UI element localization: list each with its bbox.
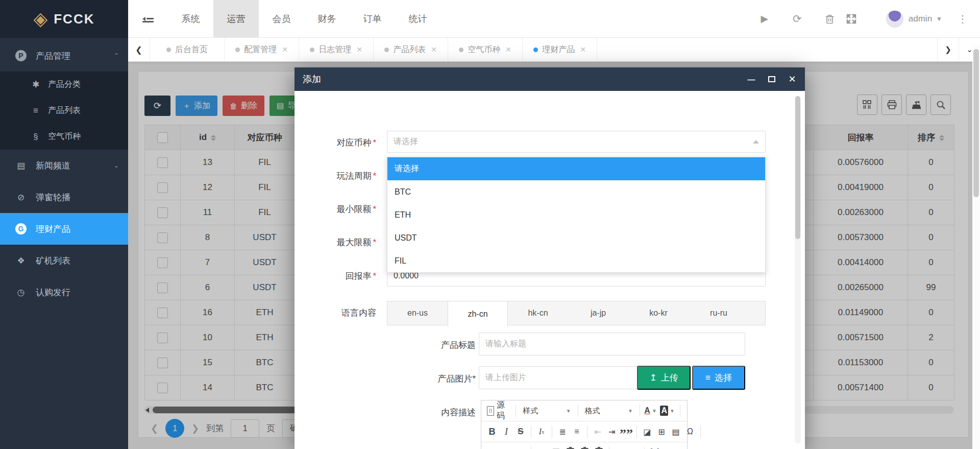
lang-tab-ja-jp[interactable]: ja-jp [568,301,628,325]
tab-空气币种[interactable]: 空气币种✕ [448,38,523,61]
tab-close-icon[interactable]: ✕ [580,45,586,54]
hline-button[interactable]: ▤ [669,424,682,439]
lang-tab-ru-ru[interactable]: ru-ru [689,301,749,325]
brand-logo[interactable]: ◈ FCCK [0,0,128,38]
image-button[interactable]: ◪ [641,424,654,439]
dialog-scrollbar-handle[interactable] [795,96,800,239]
outdent-button[interactable]: ⇤ [591,424,604,439]
lang-tab-hk-cn[interactable]: hk-cn [508,301,568,325]
cut-button[interactable]: ✂ [535,445,548,449]
lang-field-label: 语言内容 [295,307,376,319]
lang-tab-en-us[interactable]: en-us [387,301,448,325]
nav-item-运营[interactable]: 运营 [213,0,259,37]
tab-dot-icon [459,48,463,52]
more-options-icon[interactable]: ⋮ [950,13,975,25]
nav-item-系统[interactable]: 系统 [168,0,213,37]
sidebar-item-矿机列表[interactable]: ❖矿机列表 [0,245,128,276]
page-scrollbar[interactable] [972,45,980,449]
title-input[interactable]: 请输入标题 [479,333,745,356]
toolbar-separator [531,426,531,438]
sidebar-item-产品管理[interactable]: P产品管理⌃ [0,40,128,72]
sidebar-item-弹窗轮播[interactable]: ⊘弹窗轮播 [0,181,128,213]
p-circle-icon: P [13,50,29,61]
image-input[interactable]: 请上传图片 [479,366,656,389]
strike-button[interactable]: S [514,424,527,439]
tab-配置管理[interactable]: 配置管理✕ [225,38,299,61]
lang-tab-zh-cn[interactable]: zh-cn [448,301,508,326]
coin-select[interactable]: 请选择 [387,131,766,153]
tab-产品列表[interactable]: 产品列表✕ [374,38,448,61]
choose-button[interactable]: ≡选择 [692,366,745,390]
sidebar-item-label: 理财产品 [36,223,70,235]
bg-color-button[interactable]: A▼ [658,404,676,418]
restore-icon[interactable] [767,75,776,84]
paste-button[interactable]: ≡ [564,445,577,449]
sidebar-item-理财产品[interactable]: G理财产品 [0,213,128,245]
italic-button[interactable]: I [500,424,513,439]
tab-理财产品[interactable]: 理财产品✕ [523,38,597,61]
unordered-list-button[interactable]: ≡ [570,424,583,439]
dropdown-option-USDT[interactable]: USDT [387,226,765,249]
dropdown-option-FIL[interactable]: FIL [387,249,765,272]
tab-close-icon[interactable]: ✕ [356,45,362,54]
user-avatar[interactable] [886,10,903,28]
dialog-header[interactable]: 添加 — ✕ [295,67,805,91]
close-icon[interactable]: ✕ [788,74,797,85]
text-color-button[interactable]: A▼ [644,404,657,418]
nav-item-统计[interactable]: 统计 [395,0,440,37]
sidebar-item-空气币种[interactable]: §空气币种 [0,124,128,150]
tab-close-icon[interactable]: ✕ [505,45,511,54]
tab-后台首页[interactable]: 后台首页 [150,38,225,61]
nav-item-会员[interactable]: 会员 [259,0,304,37]
sidebar-item-产品分类[interactable]: ✱产品分类 [0,72,128,98]
undo-button[interactable]: ↶ [613,445,626,449]
minimize-icon[interactable]: — [747,75,756,84]
sidebar-item-label: 产品列表 [48,105,81,116]
copy-button[interactable] [549,445,562,449]
fullscreen-icon[interactable] [846,14,879,24]
dialog-scrollbar[interactable] [795,96,801,443]
ordered-list-button[interactable]: ≣ [556,424,569,439]
bold-button[interactable]: B [485,424,499,439]
link-button[interactable]: ∞ [485,445,499,449]
tab-日志管理[interactable]: 日志管理✕ [299,38,374,61]
lang-tab-ko-kr[interactable]: ko-kr [628,301,689,325]
sidebar-item-认购发行[interactable]: ◷认购发行 [0,276,128,308]
nav-item-财务[interactable]: 财务 [304,0,350,37]
styles-combo[interactable]: 样式▼ [520,406,574,416]
tab-close-icon[interactable]: ✕ [282,45,288,54]
paste-word-button[interactable]: W [592,445,605,449]
refresh-icon[interactable]: ⟳ [781,13,814,25]
sidebar-toggle-button[interactable] [128,0,168,37]
upload-button[interactable]: ↥上传 [637,366,691,390]
remove-format-button[interactable]: Ix [535,424,548,439]
paste-text-button[interactable]: T [578,445,591,449]
dropdown-option-ETH[interactable]: ETH [387,203,765,226]
trash-icon[interactable] [814,14,846,24]
anchor-button[interactable]: ⚑ [514,445,527,449]
special-char-button[interactable]: Ω [683,424,697,439]
chevron-down-icon: ⌄ [114,162,119,169]
maximize-button[interactable]: ↖↗↙↘ [648,445,662,449]
tabs-scroll-right-button[interactable]: ❯ [937,38,959,61]
dropdown-option-BTC[interactable]: BTC [387,180,765,203]
unlink-button[interactable]: ∞ [500,445,513,449]
min-field-label: 最小限额* [295,203,376,215]
format-combo[interactable]: 格式▼ [582,406,636,416]
source-button[interactable]: ⟨⟩源码 [485,404,512,418]
table-button[interactable]: ⊞ [655,424,668,439]
indent-button[interactable]: ⇥ [605,424,619,439]
play-icon[interactable]: ▶ [748,13,781,25]
blockquote-button[interactable]: ”” [620,424,633,439]
nav-item-订单[interactable]: 订单 [350,0,395,37]
dropdown-option-请选择[interactable]: 请选择 [387,157,765,180]
sidebar-item-产品列表[interactable]: ≡产品列表 [0,98,128,124]
tabs-scroll-left-button[interactable]: ❮ [128,38,150,61]
user-caret-icon[interactable]: ▼ [936,15,942,22]
tab-close-icon[interactable]: ✕ [431,45,437,54]
page-scrollbar-handle[interactable] [973,49,979,197]
sidebar-item-新闻频道[interactable]: ▤新闻频道⌄ [0,150,128,181]
redo-button[interactable]: ↷ [627,445,641,449]
user-name[interactable]: admin [909,14,932,24]
tab-label: 后台首页 [175,44,208,55]
